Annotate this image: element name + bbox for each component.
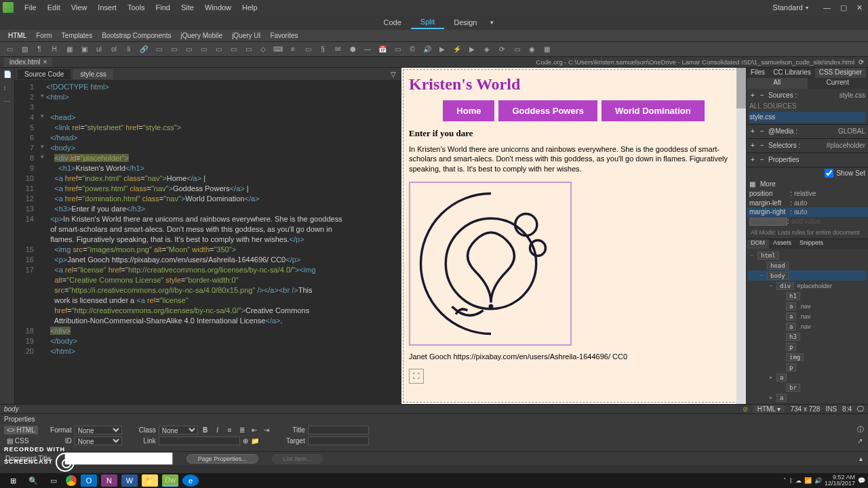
tool-html5-icon[interactable]: ⬢: [347, 45, 358, 54]
maximize-icon[interactable]: ▢: [837, 3, 850, 12]
tool-aside-icon[interactable]: ▭: [198, 45, 209, 54]
show-set-checkbox[interactable]: [825, 169, 833, 178]
wifi-icon[interactable]: 📶: [804, 477, 812, 484]
onenote-icon[interactable]: N: [101, 474, 117, 487]
tool-date-icon[interactable]: 📅: [377, 45, 388, 54]
design-dropdown-icon[interactable]: ▾: [490, 19, 494, 26]
menu-site[interactable]: Site: [176, 3, 199, 12]
tab-code[interactable]: Code: [374, 16, 411, 28]
subbar-fav[interactable]: Favorites: [270, 32, 298, 39]
subbar-jqui[interactable]: jQuery UI: [232, 32, 260, 39]
tool-li-icon[interactable]: li: [123, 45, 134, 54]
folder-icon[interactable]: 📁: [251, 437, 259, 445]
word-icon[interactable]: W: [121, 474, 138, 487]
tab-split[interactable]: Split: [411, 16, 444, 29]
id-select[interactable]: None: [75, 436, 122, 445]
tool-ul-icon[interactable]: ul: [94, 45, 104, 54]
minimize-icon[interactable]: —: [821, 3, 833, 12]
add-media-icon[interactable]: +: [749, 127, 756, 135]
close-icon[interactable]: ✕: [854, 3, 865, 12]
prop-position-value[interactable]: relative: [794, 190, 865, 198]
html-mode-button[interactable]: <> HTML: [4, 426, 38, 434]
expand-icon[interactable]: ▴: [859, 455, 863, 462]
format-select[interactable]: None: [75, 426, 122, 434]
tool-h-icon[interactable]: H: [49, 45, 60, 54]
tool-nav-icon[interactable]: ▭: [168, 45, 179, 54]
outdent-button[interactable]: ⇤: [250, 426, 259, 434]
preview-scrollbar[interactable]: [736, 68, 746, 404]
close-tab-icon[interactable]: ×: [43, 58, 47, 66]
tray-up-icon[interactable]: ˄: [783, 477, 787, 484]
tool-header-icon[interactable]: ▭: [153, 45, 164, 54]
dom-tab[interactable]: DOM: [747, 239, 769, 249]
bold-button[interactable]: B: [201, 426, 210, 434]
tool-link-icon[interactable]: 🔗: [138, 45, 149, 54]
add-selector-icon[interactable]: +: [749, 142, 756, 149]
tool-hr-icon[interactable]: —: [362, 45, 373, 54]
tool-image-icon[interactable]: ▧: [19, 45, 30, 54]
doctype-select[interactable]: HTML ▾: [753, 405, 785, 413]
dom-tree[interactable]: −htmlhead−body−div#placeholderh1a.nava.n…: [747, 249, 868, 404]
menu-find[interactable]: Find: [151, 3, 176, 12]
tool-main-icon[interactable]: ▭: [183, 45, 194, 54]
tool-audio-icon[interactable]: 🔊: [422, 45, 433, 54]
indent-button[interactable]: ⇥: [262, 426, 271, 434]
tool-div-icon[interactable]: ▭: [4, 45, 15, 54]
tool-footer-icon[interactable]: ▭: [243, 45, 254, 54]
css-tab-all[interactable]: All: [747, 78, 808, 88]
tool-flv-icon[interactable]: ▶: [467, 45, 477, 54]
snippets-tab[interactable]: Snippets: [795, 239, 827, 249]
tool-animate-icon[interactable]: ◉: [526, 45, 537, 54]
subbar-form[interactable]: Form: [36, 32, 52, 39]
menu-window[interactable]: Window: [199, 3, 237, 12]
subbar-jqm[interactable]: jQuery Mobile: [180, 32, 222, 39]
refresh-icon[interactable]: ⟳: [859, 58, 864, 66]
window-size[interactable]: 734 x 728: [790, 405, 820, 413]
ul-button[interactable]: ≡: [225, 426, 235, 434]
tool-script-icon[interactable]: §: [317, 45, 328, 54]
tab-design[interactable]: Design: [444, 16, 486, 28]
ol-button[interactable]: ≣: [237, 426, 247, 434]
preview-icon[interactable]: 🖵: [857, 405, 864, 413]
tool-desc-icon[interactable]: ≡: [288, 45, 298, 54]
menu-edit[interactable]: Edit: [42, 3, 66, 12]
quick-edit-icon[interactable]: ↗: [857, 437, 864, 445]
add-property-icon[interactable]: +: [749, 156, 756, 163]
subbar-html[interactable]: HTML: [8, 32, 26, 39]
target-input[interactable]: [308, 436, 369, 445]
live-view-icon[interactable]: ↕: [3, 84, 12, 92]
panel-tab-cssdesigner[interactable]: CSS Designer: [815, 68, 866, 78]
tool-email-icon[interactable]: ✉: [332, 45, 343, 54]
tool-p-icon[interactable]: ¶: [34, 45, 45, 54]
assets-tab[interactable]: Assets: [769, 239, 795, 249]
tool-keywords-icon[interactable]: ⌨: [273, 45, 283, 54]
system-clock[interactable]: 9:52 AM12/18/2017: [825, 474, 855, 487]
dreamweaver-icon[interactable]: Dw: [162, 474, 178, 487]
tool-iframe-icon[interactable]: ▭: [392, 45, 403, 54]
tool-table-icon[interactable]: ▦: [64, 45, 75, 54]
file-mgmt-icon[interactable]: 📄: [3, 70, 12, 79]
file-tab-index[interactable]: index.html×: [4, 58, 52, 66]
preview-nav-domination[interactable]: World Domination: [601, 100, 705, 121]
menu-insert[interactable]: Insert: [92, 3, 122, 12]
edge-icon[interactable]: e: [182, 474, 199, 487]
css-tab-current[interactable]: Current: [808, 78, 869, 88]
code-tab-source[interactable]: Source Code: [18, 69, 71, 79]
explorer-icon[interactable]: 📁: [142, 474, 158, 487]
tool-canvas-icon[interactable]: ▭: [511, 45, 522, 54]
tool-flash-icon[interactable]: ⚡: [452, 45, 462, 54]
tool-meta-icon[interactable]: ◇: [258, 45, 269, 54]
volume-icon[interactable]: 🔊: [814, 477, 822, 484]
funnel-icon[interactable]: ▽: [391, 70, 396, 78]
subbar-bootstrap[interactable]: Bootstrap Components: [102, 32, 171, 39]
onedrive-icon[interactable]: ☁: [795, 477, 802, 484]
tool-viewport-icon[interactable]: ▭: [302, 45, 313, 54]
panel-tab-cclibs[interactable]: CC Libraries: [769, 68, 815, 78]
menu-tools[interactable]: Tools: [122, 3, 151, 12]
design-preview[interactable]: Kristen's World Home Goddess Powers Worl…: [401, 68, 746, 404]
start-button[interactable]: ⊞: [5, 474, 21, 487]
subbar-templates[interactable]: Templates: [62, 32, 93, 39]
tool-char-icon[interactable]: ©: [407, 45, 418, 54]
tool-figure-icon[interactable]: ▣: [79, 45, 90, 54]
menu-help[interactable]: Help: [237, 3, 263, 12]
